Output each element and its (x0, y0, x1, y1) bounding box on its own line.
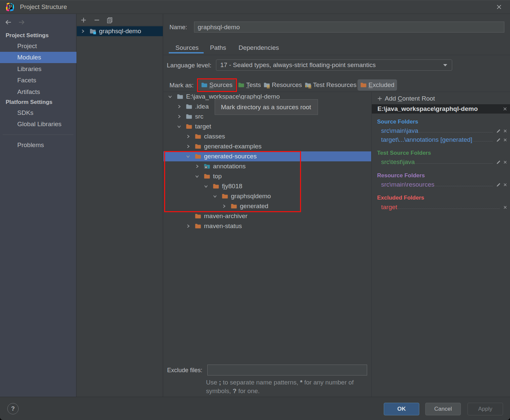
module-toolbar (77, 14, 163, 26)
language-level-label: Language level: (167, 60, 211, 71)
folder-path[interactable]: src\main\resources (381, 181, 435, 188)
sidebar-item-modules[interactable]: Modules (0, 52, 76, 63)
language-level-select[interactable]: 17 - Sealed types, always-strict floatin… (216, 59, 452, 71)
dotted-leader (398, 205, 500, 209)
tree-row-maven-archiver[interactable]: maven-archiver (163, 211, 371, 221)
chevron-right-icon[interactable] (195, 164, 199, 168)
remove-icon[interactable] (94, 17, 100, 24)
chevron-right-icon[interactable] (177, 105, 181, 109)
module-name: graphsql-demo (99, 28, 141, 35)
mark-as-excluded-button[interactable]: Excluded (357, 79, 397, 91)
add-content-root-button[interactable]: Add Content Root (372, 94, 510, 103)
folder-path[interactable]: target (381, 204, 397, 211)
mark-as-resources-button[interactable]: Resources (263, 79, 302, 91)
add-icon[interactable] (81, 17, 86, 24)
folder-orange-icon (213, 183, 219, 190)
chevron-down-icon[interactable] (168, 95, 172, 99)
mark-as-sources-button[interactable]: Sources (198, 79, 235, 91)
mark-as-test-resources-button[interactable]: Test Resources (305, 79, 357, 91)
folder-item: src\main\resources (381, 181, 507, 189)
exclude-hint-line2: symbols, ? for one. (206, 387, 260, 395)
ok-button[interactable]: OK (384, 403, 419, 415)
cancel-button[interactable]: Cancel (425, 403, 461, 415)
module-name-input[interactable]: graphsql-demo (194, 22, 504, 33)
chevron-right-icon[interactable] (81, 29, 85, 33)
back-arrow-icon[interactable] (4, 18, 12, 28)
help-button[interactable]: ? (7, 403, 19, 414)
remove-folder-icon[interactable] (503, 183, 507, 187)
tree-row-maven-status[interactable]: maven-status (163, 221, 371, 231)
edit-pencil-icon[interactable] (496, 182, 501, 187)
remove-folder-icon[interactable] (503, 205, 507, 210)
sidebar-item-problems[interactable]: Problems (0, 139, 76, 151)
folder-group-header-test-source-folders: Test Source Folders (377, 149, 431, 157)
dialog-footer: ? OK Cancel Apply (0, 397, 510, 420)
tree-row-top[interactable]: top (163, 171, 371, 181)
content-root-row[interactable]: E:\java_workspace\graphql-demo (372, 104, 510, 114)
remove-folder-icon[interactable] (503, 129, 507, 133)
module-row[interactable]: graphsql-demo (77, 26, 163, 36)
intellij-logo-icon: IJ (5, 2, 15, 12)
tree-row-label: classes (204, 133, 225, 140)
apply-button[interactable]: Apply (467, 403, 503, 415)
folder-annotations-icon (204, 163, 210, 170)
folder-orange-icon (195, 213, 201, 219)
tree-row-generated[interactable]: generated (163, 201, 371, 211)
language-level-value: 17 - Sealed types, always-strict floatin… (220, 60, 376, 70)
edit-pencil-icon[interactable] (496, 128, 501, 133)
sidebar-item-libraries[interactable]: Libraries (0, 63, 76, 75)
tree-row-target[interactable]: target (163, 122, 371, 131)
sidebar-item-facets[interactable]: Facets (0, 75, 76, 86)
chevron-right-icon[interactable] (186, 224, 190, 228)
project-structure-dialog: IJ Project Structure Project SettingsPro… (0, 0, 510, 420)
mark-as-label: Mark as: (169, 80, 194, 91)
folder-path[interactable]: src\main\java (381, 127, 418, 134)
tree-row-graphsqldemo[interactable]: graphsqldemo (163, 191, 371, 201)
chevron-down-icon[interactable] (186, 154, 190, 158)
tree-row-label: top (213, 173, 222, 180)
folder-group-header-resource-folders: Resource Folders (377, 172, 425, 180)
tree-row-label: generated-examples (204, 143, 261, 150)
chevron-down-icon[interactable] (177, 125, 181, 128)
chevron-right-icon[interactable] (222, 204, 226, 208)
add-content-root-label: Add Content Root (385, 95, 435, 102)
tree-row-generated-sources[interactable]: generated-sources (163, 151, 371, 161)
close-icon[interactable] (495, 4, 503, 10)
folder-path[interactable]: target\...\annotations [generated] (381, 136, 472, 143)
tree-row-generated-examples[interactable]: generated-examples (163, 141, 371, 151)
folder-path[interactable]: src\test\java (381, 158, 415, 166)
tab-dependencies[interactable]: Dependencies (239, 44, 279, 51)
tab-sources[interactable]: Sources (175, 44, 199, 51)
tree-row-label: src (195, 113, 203, 120)
remove-content-root-icon[interactable] (503, 107, 507, 111)
chevron-down-icon[interactable] (195, 174, 199, 178)
chevron-right-icon[interactable] (186, 134, 190, 138)
title-bar: IJ Project Structure (0, 0, 510, 14)
tab-paths[interactable]: Paths (210, 44, 226, 51)
tree-row-fjy8018[interactable]: fjy8018 (163, 181, 371, 191)
exclude-files-input[interactable] (207, 365, 367, 376)
test-resource-folder-icon (305, 82, 312, 88)
mark-as-label-text: Tests (246, 81, 261, 89)
edit-pencil-icon[interactable] (496, 160, 501, 165)
sidebar-item-sdks[interactable]: SDKs (0, 107, 76, 119)
chevron-down-icon[interactable] (213, 194, 217, 198)
window-title: Project Structure (20, 0, 67, 14)
forward-arrow-icon[interactable] (18, 18, 26, 28)
sidebar-item-global-libraries[interactable]: Global Libraries (0, 119, 76, 130)
sidebar-item-artifacts[interactable]: Artifacts (0, 86, 76, 98)
mark-as-label-text: Test Resources (313, 81, 357, 89)
tree-row-annotations[interactable]: annotations (163, 161, 371, 171)
folder-group-header-source-folders: Source Folders (377, 118, 418, 126)
mark-as-tests-button[interactable]: Tests (238, 79, 261, 91)
remove-folder-icon[interactable] (503, 160, 507, 164)
chevron-right-icon[interactable] (186, 144, 190, 148)
chevron-down-icon[interactable] (204, 184, 208, 188)
chevron-right-icon[interactable] (177, 115, 181, 119)
mark-as-label-text: Resources (272, 81, 302, 89)
tree-row-classes[interactable]: classes (163, 131, 371, 141)
copy-icon[interactable] (107, 17, 113, 25)
remove-folder-icon[interactable] (503, 138, 507, 142)
sidebar-item-project[interactable]: Project (0, 41, 76, 52)
edit-pencil-icon[interactable] (496, 137, 501, 142)
